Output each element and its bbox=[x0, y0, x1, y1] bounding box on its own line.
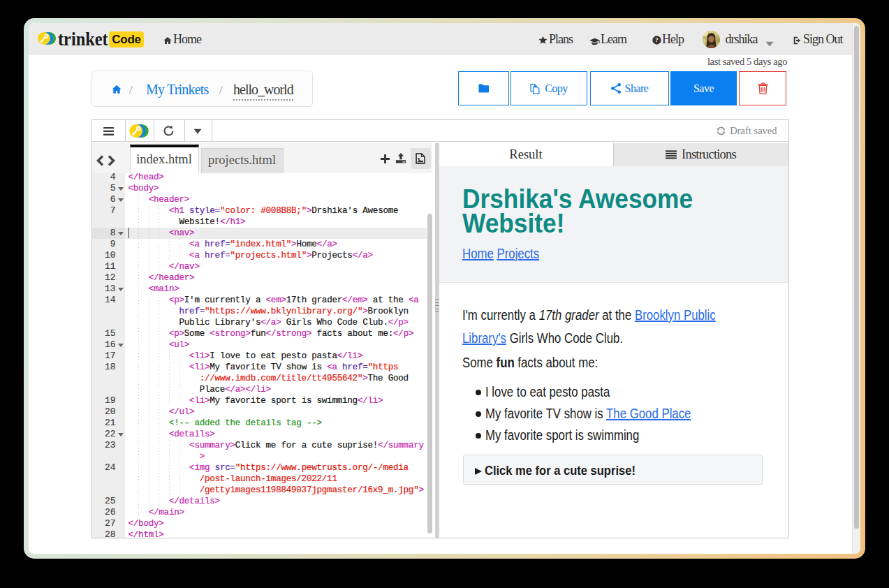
svg-text:?: ? bbox=[655, 36, 658, 43]
